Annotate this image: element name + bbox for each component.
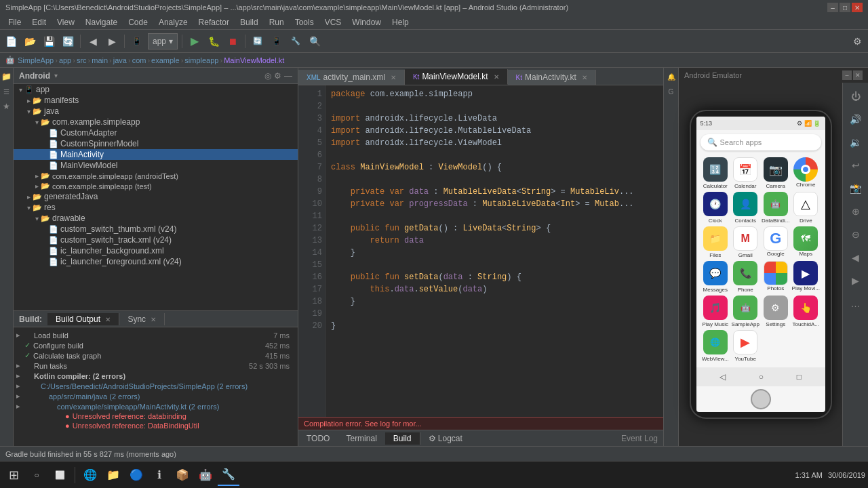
notifications-icon[interactable]: 🔔 bbox=[665, 70, 677, 83]
forward-btn[interactable]: ▶ bbox=[104, 33, 120, 49]
save-btn[interactable]: 💾 bbox=[41, 33, 57, 49]
debug-button[interactable]: 🐛 bbox=[205, 33, 222, 49]
menu-edit[interactable]: Edit bbox=[26, 16, 52, 28]
menu-tools[interactable]: Tools bbox=[290, 16, 319, 28]
menu-build[interactable]: Build bbox=[235, 16, 264, 28]
tree-com-example[interactable]: ▾ 📂 com.example.simpleapp bbox=[14, 117, 298, 127]
dropdown-arrow-panel[interactable]: ▾ bbox=[54, 72, 58, 79]
app-sampleapp[interactable]: 🤖 SampleApp bbox=[731, 296, 760, 327]
refresh-btn[interactable]: 🔄 bbox=[60, 33, 76, 49]
tab-sync[interactable]: Sync ✕ bbox=[119, 313, 165, 325]
breadcrumb-simpleapp2[interactable]: simpleapp bbox=[184, 56, 218, 64]
scope-icon[interactable]: ◎ bbox=[264, 71, 271, 81]
tab-sync-close[interactable]: ✕ bbox=[151, 316, 156, 323]
app-photos[interactable]: Photos bbox=[762, 261, 790, 293]
app-messages[interactable]: 💬 Messages bbox=[701, 261, 730, 293]
tree-test[interactable]: ▸ 📂 com.example.simpleapp (test) bbox=[14, 181, 298, 191]
menu-refactor[interactable]: Refactor bbox=[193, 16, 235, 28]
taskbar-android-icon[interactable]: 🤖 bbox=[195, 464, 216, 486]
settings-icon[interactable]: ⚙ bbox=[274, 71, 281, 81]
taskview-button[interactable]: ⬜ bbox=[49, 464, 71, 486]
tree-drawable[interactable]: ▾ 📂 drawable bbox=[14, 213, 298, 224]
app-playmovies[interactable]: ▶ Play Movi... bbox=[791, 261, 820, 293]
menu-run[interactable]: Run bbox=[264, 16, 290, 28]
tab-build[interactable]: Build bbox=[385, 432, 420, 445]
close-button[interactable]: ✕ bbox=[852, 3, 863, 12]
breadcrumb-src[interactable]: src bbox=[77, 56, 87, 64]
emu-rotate-btn[interactable]: ↩ bbox=[846, 156, 865, 175]
tab-todo[interactable]: TODO bbox=[298, 432, 338, 445]
sdk-button[interactable]: 🔧 bbox=[288, 33, 304, 49]
emu-zoom-out-btn[interactable]: ⊖ bbox=[846, 225, 865, 244]
emu-forward-btn[interactable]: ▶ bbox=[846, 271, 865, 290]
app-camera[interactable]: 📷 Camera bbox=[762, 157, 790, 189]
app-calculator[interactable]: 🔢 Calculator bbox=[701, 157, 730, 189]
app-databinding[interactable]: 🤖 DataBindi... bbox=[762, 192, 790, 224]
app-touchidapp[interactable]: 👆 TouchidA... bbox=[791, 296, 820, 327]
sync-button[interactable]: 🔄 bbox=[250, 33, 266, 49]
tab-mainviewmodel[interactable]: Kt MainViewModel.kt ✕ bbox=[405, 69, 508, 85]
emu-zoom-in-btn[interactable]: ⊕ bbox=[846, 202, 865, 221]
minimize-button[interactable]: – bbox=[827, 3, 838, 12]
menu-view[interactable]: View bbox=[52, 16, 80, 28]
open-btn[interactable]: 📂 bbox=[22, 33, 38, 49]
app-maps[interactable]: 🗺 Maps bbox=[791, 226, 820, 258]
taskbar-studio-icon[interactable]: 🔧 bbox=[218, 464, 239, 486]
app-gmail[interactable]: M Gmail bbox=[731, 226, 760, 258]
breadcrumb-main[interactable]: main bbox=[92, 56, 108, 64]
tab-event-log[interactable]: Event Log bbox=[616, 432, 663, 445]
tab-terminal[interactable]: Terminal bbox=[338, 432, 384, 445]
code-editor[interactable]: 1 2 3 4 5 6 7 8 9 10 11 12 13 14 15 16 1 bbox=[298, 85, 663, 417]
maximize-button[interactable]: □ bbox=[840, 3, 850, 12]
tree-app[interactable]: ▾ 📱 app bbox=[14, 84, 298, 95]
tab-mainactivity[interactable]: Kt MainActivity.kt ✕ bbox=[508, 70, 596, 85]
app-webview[interactable]: 🌐 WebView... bbox=[701, 330, 730, 362]
taskbar-chrome[interactable]: 🔵 bbox=[125, 464, 147, 486]
tab-build-output[interactable]: Build Output ✕ bbox=[47, 313, 119, 325]
run-config-dropdown[interactable]: app ▾ bbox=[148, 33, 178, 49]
tree-java[interactable]: ▾ 📂 java bbox=[14, 106, 298, 117]
tree-mainviewmodel[interactable]: 📄 MainViewModel bbox=[14, 160, 298, 171]
app-chrome[interactable]: Chrome bbox=[791, 157, 820, 189]
phone-search-bar[interactable]: 🔍 Search apps bbox=[701, 134, 821, 150]
app-google[interactable]: G Google bbox=[762, 226, 790, 258]
new-file-btn[interactable]: 📄 bbox=[3, 33, 19, 49]
gradle-icon[interactable]: G bbox=[665, 85, 677, 98]
code-content[interactable]: package com.example.simpleapp import and… bbox=[326, 85, 663, 417]
menu-vcs[interactable]: VCS bbox=[319, 16, 347, 28]
taskbar-dropbox[interactable]: 📦 bbox=[172, 464, 193, 486]
phone-home-button[interactable] bbox=[751, 389, 771, 409]
structure-icon[interactable]: ☰ bbox=[1, 85, 13, 98]
menu-code[interactable]: Code bbox=[123, 16, 153, 28]
tree-generatedjava[interactable]: ▸ 📂 generatedJava bbox=[14, 191, 298, 202]
emu-more-btn[interactable]: … bbox=[846, 294, 865, 313]
settings-button[interactable]: ⚙ bbox=[849, 33, 865, 49]
stop-button[interactable]: ⏹ bbox=[224, 33, 241, 49]
back-btn[interactable]: ◀ bbox=[85, 33, 101, 49]
tab-mainactivity-close[interactable]: ✕ bbox=[582, 74, 587, 81]
search-button[interactable]: ○ bbox=[26, 464, 47, 486]
app-playmusic[interactable]: 🎵 Play Music bbox=[701, 296, 730, 327]
tree-ic-launcher-fg[interactable]: 📄 ic_launcher_foreground.xml (v24) bbox=[14, 256, 298, 267]
tree-custom-switch-track[interactable]: 📄 custom_switch_track.xml (v24) bbox=[14, 235, 298, 245]
tree-mainactivity[interactable]: 📄 MainActivity bbox=[14, 149, 298, 160]
app-calendar[interactable]: 📅 Calendar bbox=[731, 157, 760, 189]
breadcrumb-java[interactable]: java bbox=[113, 56, 127, 64]
tree-ic-launcher-bg[interactable]: 📄 ic_launcher_background.xml bbox=[14, 245, 298, 256]
tab-mainviewmodel-close[interactable]: ✕ bbox=[494, 73, 499, 81]
emu-screenshot-btn[interactable]: 📸 bbox=[846, 179, 865, 198]
tree-custom-switch-thumb[interactable]: 📄 custom_switch_thumb.xml (v24) bbox=[14, 224, 298, 235]
breadcrumb-com[interactable]: com bbox=[132, 56, 146, 64]
run-button[interactable]: ▶ bbox=[186, 33, 203, 49]
search-everywhere[interactable]: 🔍 bbox=[307, 33, 323, 49]
tree-manifests[interactable]: ▸ 📂 manifests bbox=[14, 95, 298, 106]
emu-close[interactable]: ✕ bbox=[853, 70, 863, 80]
app-phone[interactable]: 📞 Phone bbox=[731, 261, 760, 293]
tree-customadapter[interactable]: 📄 CustomAdapter bbox=[14, 127, 298, 138]
tree-res[interactable]: ▾ 📂 res bbox=[14, 202, 298, 213]
menu-file[interactable]: File bbox=[3, 16, 26, 28]
nav-home[interactable]: ○ bbox=[759, 372, 764, 382]
tree-customspinner[interactable]: 📄 CustomSpinnerModel bbox=[14, 138, 298, 149]
menu-help[interactable]: Help bbox=[387, 16, 414, 28]
breadcrumb-simpleapp[interactable]: SimpleApp bbox=[18, 56, 54, 64]
